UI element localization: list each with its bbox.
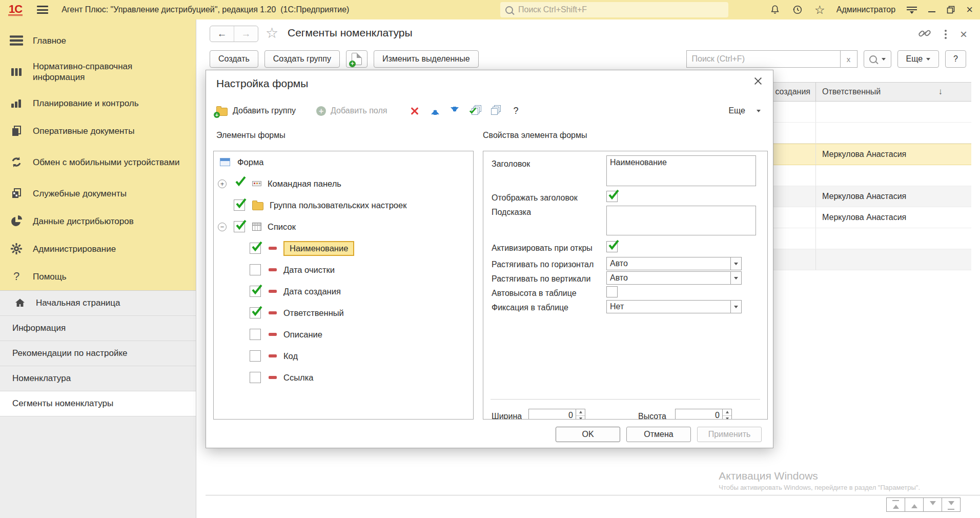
tree-item-ссылка[interactable]: Ссылка (214, 367, 473, 388)
close-page-icon[interactable]: × (960, 29, 967, 39)
visibility-checkbox[interactable] (250, 329, 261, 340)
add-fields-button[interactable]: + Добавить поля (316, 106, 387, 116)
sidebar-tab-3[interactable]: Сегменты номенклатуры (0, 391, 196, 416)
page-menu-icon[interactable] (945, 30, 947, 39)
height-stepper[interactable] (675, 409, 732, 420)
height-input[interactable] (675, 409, 722, 420)
apply-button[interactable]: Применить (697, 427, 762, 442)
sidebar-item-6[interactable]: Данные дистрибьюторов (0, 207, 196, 235)
cancel-button[interactable]: Отмена (626, 427, 691, 442)
dialog-close-icon[interactable] (752, 75, 764, 87)
tree-item-список[interactable]: −Список (214, 216, 473, 237)
sidebar-tab-2[interactable]: Номенклатура (0, 366, 196, 391)
expander-icon[interactable]: + (218, 180, 227, 188)
fixation-combo[interactable]: Нет (606, 300, 742, 313)
add-group-button[interactable]: + Добавить группу (216, 106, 296, 116)
close-window-button[interactable]: × (966, 5, 973, 15)
tree-item-форма[interactable]: Форма (214, 151, 473, 173)
sidebar-item-home[interactable]: Начальная страница (0, 290, 196, 316)
visibility-checkbox[interactable] (250, 307, 261, 318)
autoheight-checkbox[interactable] (606, 286, 618, 297)
more-button[interactable]: Еще (897, 50, 940, 68)
favorites-star-icon[interactable]: ☆ (814, 3, 825, 16)
page-down-button[interactable] (923, 497, 942, 512)
search-settings-button[interactable] (864, 50, 891, 68)
uncheck-all-icon[interactable] (489, 105, 501, 116)
tree-item-код[interactable]: Код (214, 345, 473, 367)
notifications-bell-icon[interactable] (769, 4, 781, 15)
sidebar-item-7[interactable]: Администрирование (0, 235, 196, 263)
spin-up-icon[interactable] (576, 409, 585, 416)
width-stepper[interactable] (528, 409, 585, 420)
activate-checkbox[interactable] (606, 241, 618, 252)
sidebar-tab-1[interactable]: Рекомендации по настройке (0, 341, 196, 366)
stretch-h-combo[interactable]: Авто (606, 257, 742, 270)
user-menu-icon[interactable] (907, 6, 917, 13)
main-menu-icon[interactable] (37, 6, 48, 14)
page-up-button[interactable] (905, 497, 924, 512)
add-favorite-star-icon[interactable]: ☆ (266, 25, 278, 42)
sidebar-item-4[interactable]: Обмен с мобильными устройствами (0, 145, 196, 180)
create-button[interactable]: Создать (210, 50, 258, 68)
move-up-icon[interactable] (431, 106, 439, 116)
visibility-checkbox[interactable] (234, 200, 245, 211)
tree-item-ответственный[interactable]: Ответственный (214, 302, 473, 324)
ok-button[interactable]: OK (556, 427, 620, 442)
sidebar-tab-0[interactable]: Информация (0, 316, 196, 341)
visibility-checkbox[interactable] (234, 221, 245, 232)
header-textarea[interactable]: Наименование (606, 155, 756, 186)
expander-icon[interactable]: − (218, 223, 227, 231)
go-last-button[interactable] (942, 497, 961, 512)
clear-search-button[interactable]: x (840, 50, 858, 68)
delete-item-icon[interactable] (410, 106, 420, 116)
sidebar-item-2[interactable]: Планирование и контроль (0, 89, 196, 117)
spin-up-icon[interactable] (723, 409, 731, 416)
check-all-icon[interactable] (470, 105, 481, 116)
combo-caret-icon[interactable] (730, 257, 742, 270)
back-button[interactable]: ← (210, 26, 234, 42)
tooltip-textarea[interactable] (606, 206, 756, 235)
restore-button[interactable] (947, 6, 955, 14)
dialog-more-button[interactable]: Еще (728, 106, 761, 115)
column-header-responsible[interactable]: Ответственный ↓ (815, 83, 971, 101)
show-header-checkbox[interactable] (606, 191, 618, 202)
minimize-button[interactable] (928, 11, 935, 12)
tree-item-описание[interactable]: Описание (214, 324, 473, 345)
global-search[interactable] (500, 2, 728, 17)
visibility-checkbox[interactable] (250, 243, 261, 254)
sidebar-item-0[interactable]: Главное (0, 27, 196, 54)
current-user[interactable]: Администратор (836, 5, 895, 14)
spin-down-icon[interactable] (576, 416, 585, 420)
visibility-checkbox[interactable] (250, 286, 261, 297)
stretch-v-combo[interactable]: Авто (606, 271, 742, 285)
visibility-checkbox[interactable] (250, 350, 261, 362)
create-by-template-button[interactable]: + (346, 50, 368, 68)
dialog-help-button[interactable]: ? (513, 106, 518, 116)
go-first-button[interactable] (886, 497, 905, 512)
visibility-checkbox[interactable] (250, 264, 261, 275)
combo-caret-icon[interactable] (730, 300, 742, 313)
sidebar-item-1[interactable]: Нормативно-справочная информация (0, 54, 196, 89)
forward-button[interactable]: → (234, 26, 258, 42)
tree-item-группа-пользовательских-настроек[interactable]: Группа пользовательских настроек (214, 194, 473, 216)
visibility-checkbox[interactable] (250, 372, 261, 383)
tree-item-командная-панель[interactable]: +Командная панель (214, 173, 473, 194)
history-icon[interactable] (792, 4, 803, 15)
tree-item-наименование[interactable]: Наименование (214, 237, 473, 259)
tree-item-дата-очистки[interactable]: Дата очистки (214, 259, 473, 281)
create-group-button[interactable]: Создать группу (264, 50, 340, 68)
help-button[interactable]: ? (945, 50, 966, 68)
tree-item-дата-создания[interactable]: Дата создания (214, 281, 473, 302)
get-link-icon[interactable] (918, 27, 931, 42)
global-search-input[interactable] (517, 5, 704, 15)
list-search-input[interactable] (686, 50, 840, 68)
spin-down-icon[interactable] (723, 416, 731, 420)
move-down-icon[interactable] (451, 106, 459, 116)
width-input[interactable] (528, 409, 576, 420)
sidebar-item-5[interactable]: Служебные документы (0, 180, 196, 207)
edit-selected-button[interactable]: Изменить выделенные (374, 50, 479, 68)
sidebar-item-3[interactable]: Оперативные документы (0, 117, 196, 145)
sidebar-item-8[interactable]: ?Помощь (0, 263, 196, 290)
combo-caret-icon[interactable] (730, 271, 742, 285)
titlebar: 1С Агент Плюс: "Управление дистрибуцией"… (0, 0, 980, 20)
